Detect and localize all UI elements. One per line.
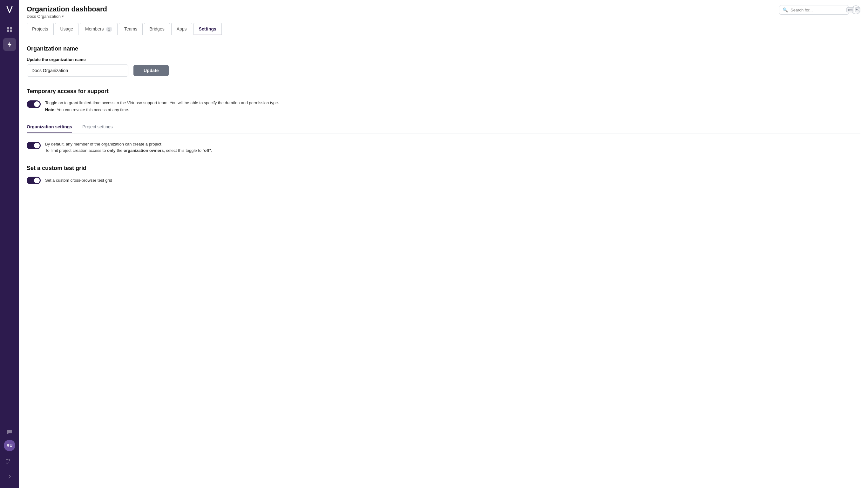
tab-members[interactable]: Members 2 (80, 23, 118, 35)
svg-rect-2 (7, 30, 9, 32)
org-name-title: Organization name (27, 45, 860, 52)
tab-members-label: Members (85, 26, 103, 31)
sub-tab-org-settings[interactable]: Organization settings (27, 124, 72, 133)
tab-teams-label: Teams (124, 26, 137, 31)
sidebar-icon-lightning[interactable] (3, 38, 16, 51)
custom-grid-title: Set a custom test grid (27, 165, 860, 172)
org-name-row: Update (27, 64, 860, 77)
tabs-bar: Projects Usage Members 2 Teams Bridges A… (27, 23, 860, 35)
search-box[interactable]: 🔍 ctrl K (779, 5, 849, 14)
tab-apps[interactable]: Apps (171, 23, 192, 35)
members-badge: 2 (106, 27, 112, 32)
custom-grid-toggle[interactable] (27, 177, 41, 184)
sub-tab-org-settings-label: Organization settings (27, 124, 72, 129)
main-content: Organization dashboard Docs Organization… (19, 0, 868, 488)
tab-settings[interactable]: Settings (193, 23, 222, 35)
sidebar-logo[interactable] (4, 4, 15, 15)
tab-usage-label: Usage (60, 26, 73, 31)
svg-rect-1 (10, 27, 12, 29)
search-icon: 🔍 (782, 7, 788, 12)
project-creation-toggle-row: By default, any member of the organizati… (27, 141, 860, 153)
project-creation-desc: By default, any member of the organizati… (45, 141, 212, 153)
tab-settings-label: Settings (199, 26, 216, 31)
page-title: Organization dashboard (27, 5, 107, 13)
sub-tab-project-settings-label: Project settings (82, 124, 113, 129)
org-name-label-text: Update the organization name (27, 57, 860, 62)
tab-bridges[interactable]: Bridges (144, 23, 170, 35)
search-input[interactable] (790, 8, 844, 12)
note-label: Note: (45, 108, 56, 112)
project-creation-line2: To limit project creation access to only… (45, 147, 212, 154)
search-area: 🔍 ctrl K ? (779, 5, 860, 14)
power-icon[interactable] (3, 455, 16, 468)
temp-access-note: Note: You can revoke this access at any … (45, 107, 279, 113)
only-text: only (107, 148, 116, 153)
temp-access-toggle-row: Toggle on to grant limited-time access t… (27, 100, 860, 113)
chat-icon[interactable] (3, 426, 16, 438)
tab-projects-label: Projects (32, 26, 48, 31)
tab-teams[interactable]: Teams (119, 23, 143, 35)
chevron-down-icon: ▾ (62, 14, 64, 19)
temp-access-section: Temporary access for support Toggle on t… (27, 88, 860, 113)
sidebar-icon-grid[interactable] (3, 23, 16, 36)
org-name-label: Docs Organization (27, 14, 61, 19)
custom-grid-toggle-row: Set a custom cross-browser test grid (27, 176, 860, 184)
svg-rect-0 (7, 27, 9, 29)
chevron-right-icon[interactable] (3, 470, 16, 483)
tab-usage[interactable]: Usage (55, 23, 79, 35)
temp-access-text: Toggle on to grant limited-time access t… (45, 100, 279, 113)
org-name-section: Organization name Update the organizatio… (27, 45, 860, 77)
project-creation-line1: By default, any member of the organizati… (45, 141, 212, 147)
tab-projects[interactable]: Projects (27, 23, 54, 35)
org-owners-text: organization owners (124, 148, 164, 153)
temp-access-description: Toggle on to grant limited-time access t… (45, 100, 279, 106)
tab-bridges-label: Bridges (149, 26, 164, 31)
help-button[interactable]: ? (851, 5, 860, 14)
org-subtitle[interactable]: Docs Organization ▾ (27, 14, 107, 19)
user-avatar[interactable]: RU (4, 440, 15, 451)
sub-tab-project-settings[interactable]: Project settings (82, 124, 113, 133)
project-creation-toggle[interactable] (27, 142, 41, 149)
content-area: Organization name Update the organizatio… (19, 35, 868, 488)
tab-apps-label: Apps (177, 26, 187, 31)
off-text: off (204, 148, 209, 153)
sub-tabs-bar: Organization settings Project settings (27, 124, 860, 133)
svg-rect-3 (10, 30, 12, 32)
sidebar: RU (0, 0, 19, 488)
project-creation-section: By default, any member of the organizati… (27, 141, 860, 153)
temp-access-title: Temporary access for support (27, 88, 860, 95)
custom-grid-label: Set a custom cross-browser test grid (45, 178, 112, 183)
note-text: You can revoke this access at any time. (57, 108, 129, 112)
temp-access-toggle[interactable] (27, 100, 41, 108)
header: Organization dashboard Docs Organization… (19, 0, 868, 35)
custom-grid-section: Set a custom test grid Set a custom cros… (27, 165, 860, 184)
update-button[interactable]: Update (133, 65, 169, 76)
org-name-input[interactable] (27, 64, 128, 77)
